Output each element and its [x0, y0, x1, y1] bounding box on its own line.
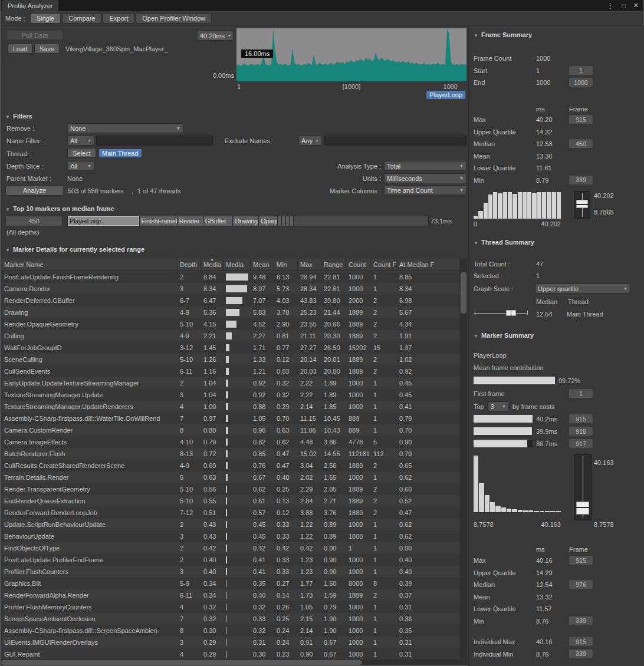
table-row[interactable]: EndRenderQueueExtraction5-100.550.610.13…	[2, 495, 460, 507]
top10-segment-opaqu[interactable]: Opaqu	[259, 216, 278, 226]
top10-segment-finishframer[interactable]: FinishFrameR	[140, 216, 178, 226]
marker-columns-dropdown[interactable]: Time and Count ▼	[384, 185, 466, 195]
exclude-names-input[interactable]	[324, 136, 466, 146]
frame-number-box[interactable]: 915	[569, 115, 593, 124]
table-row[interactable]: PostLateUpdate.FinishFrameRendering28.84…	[2, 271, 460, 283]
scrollbar-thumb[interactable]	[1, 660, 362, 665]
frame-number-box[interactable]: 450	[569, 139, 593, 148]
scrollbar-thumb[interactable]	[461, 272, 466, 314]
top10-segment[interactable]	[278, 216, 282, 226]
table-row[interactable]: SceneCulling5-101.261.330.1220.1420.0118…	[2, 354, 460, 365]
top10-segment[interactable]	[290, 216, 294, 226]
table-row[interactable]: Render.TransparentGeometry5-100.560.620.…	[2, 483, 460, 495]
marker-time-histogram[interactable]	[474, 456, 561, 512]
top10-segment[interactable]	[282, 216, 286, 226]
exclude-mode-dropdown[interactable]: Any ▼	[298, 136, 322, 146]
save-button[interactable]: Save	[34, 44, 60, 54]
depth-slice-dropdown[interactable]: All ▼	[67, 161, 94, 171]
top10-segment-render[interactable]: Render	[178, 216, 203, 226]
close-icon[interactable]: ✕	[633, 2, 639, 9]
load-button[interactable]: Load	[8, 44, 32, 54]
marker-time-boxplot[interactable]	[574, 454, 592, 520]
table-row[interactable]: Culling4-92.212.270.8121.1120.30188921.9…	[2, 330, 460, 342]
table-row[interactable]: UIEvents.IMGUIRenderOverlays30.290.310.2…	[2, 637, 460, 648]
analyze-button[interactable]: Analyze	[5, 185, 64, 196]
first-frame-box[interactable]: 1	[569, 389, 593, 398]
column-header[interactable]: Depth	[178, 259, 201, 271]
table-row[interactable]: Terrain.Details.Render50.630.670.482.021…	[2, 472, 460, 483]
horizontal-scrollbar[interactable]	[1, 660, 467, 665]
pull-data-button[interactable]: Pull Data	[6, 30, 63, 40]
analysis-type-dropdown[interactable]: Total ▼	[384, 161, 466, 171]
table-row[interactable]: Camera.CustomRender80.880.960.6311.0610.…	[2, 424, 460, 436]
frame-summary-header[interactable]: ▼Frame Summary	[474, 31, 532, 38]
frame-number-box[interactable]: 918	[569, 427, 593, 436]
filters-section-header[interactable]: ▼Filters	[5, 113, 32, 120]
table-row[interactable]: CullResults.CreateSharedRendererScene4-9…	[2, 460, 460, 472]
table-row[interactable]: RenderForward.RenderLoopJob7-120.510.570…	[2, 507, 460, 519]
table-row[interactable]: Assembly-CSharp-firstpass.dll!::WaterTil…	[2, 413, 460, 424]
table-row[interactable]: TextureStreamingManager.UpdateRenderers4…	[2, 401, 460, 413]
frame-number-box[interactable]: 339	[569, 176, 593, 184]
column-header[interactable]: Media	[224, 259, 251, 271]
frame-number-box[interactable]: 915	[569, 414, 593, 423]
table-row[interactable]: ScreenSpaceAmbientOcclusion70.320.330.25…	[2, 613, 460, 625]
table-row[interactable]: RenderForwardAlpha.Render6-110.340.400.1…	[2, 589, 460, 601]
table-row[interactable]: Camera.ImageEffects4-100.790.820.624.483…	[2, 436, 460, 448]
tab-profile-analyzer[interactable]: Profile Analyzer	[2, 0, 58, 11]
table-row[interactable]: PostLateUpdate.ProfilerEndFrame20.400.41…	[2, 554, 460, 566]
table-row[interactable]: EarlyUpdate.UpdateTextureStreamingManage…	[2, 377, 460, 389]
thread-select-button[interactable]: Select	[67, 148, 96, 158]
name-filter-input[interactable]	[96, 136, 213, 146]
frame-time-histogram[interactable]	[474, 192, 561, 219]
menu-icon[interactable]: ⋮	[606, 1, 614, 10]
top-n-dropdown[interactable]: 3 ▼	[488, 401, 509, 411]
selected-marker-chip[interactable]: PlayerLoop	[426, 91, 465, 99]
frame-number-box[interactable]: 1	[569, 66, 593, 75]
thread-summary-header[interactable]: ▼Thread Summary	[474, 239, 534, 246]
top10-segment-gbuffer[interactable]: GBuffer	[203, 216, 234, 226]
table-row[interactable]: Camera.Render38.348.975.7328.3422.611000…	[2, 283, 460, 295]
remove-dropdown[interactable]: None ▼	[67, 123, 183, 133]
frame-time-boxplot[interactable]	[574, 191, 590, 219]
table-row[interactable]: Update.ScriptRunBehaviourUpdate20.430.45…	[2, 519, 460, 530]
table-row[interactable]: Render.OpaqueGeometry5-104.154.522.9023.…	[2, 318, 460, 330]
column-header[interactable]: Marker Name	[2, 259, 178, 271]
frame-number-box[interactable]: 1000	[569, 78, 593, 87]
units-dropdown[interactable]: Milliseconds ▼	[384, 173, 466, 183]
table-row[interactable]: CullSendEvents6-111.161.210.0320.0320.00…	[2, 365, 460, 377]
top10-segment-drawing[interactable]: Drawing	[233, 216, 259, 226]
column-header[interactable]: Min	[274, 259, 298, 271]
marker-details-section-header[interactable]: ▼Marker Details for currently selected r…	[5, 246, 144, 253]
column-header[interactable]: Range	[321, 259, 346, 271]
frame-number-box[interactable]: 976	[569, 580, 593, 589]
mode-button-single[interactable]: Single	[30, 13, 61, 24]
table-row[interactable]: Graphics.Blit5-90.340.350.271.771.508000…	[2, 578, 460, 589]
mode-button-open-profiler-window[interactable]: Open Profiler Window	[136, 13, 212, 24]
table-row[interactable]: TextureStreamingManager.Update31.040.920…	[2, 389, 460, 401]
table-row[interactable]: RenderDeferred.GBuffer6-76.477.074.0343.…	[2, 295, 460, 306]
frame-number-box[interactable]: 339	[569, 616, 593, 625]
column-header[interactable]: At Median F	[397, 259, 460, 271]
table-row[interactable]: FindObjectsOfType20.420.420.420.420.0011…	[2, 542, 460, 554]
table-row[interactable]: Profiler.FlushMemoryCounters40.320.320.2…	[2, 601, 460, 613]
median-frame-box[interactable]: 450	[5, 216, 63, 226]
maximize-icon[interactable]: □	[622, 2, 626, 9]
frame-number-box[interactable]: 915	[569, 556, 593, 565]
table-row[interactable]: Drawing4-95.365.833.7825.2321.44188925.6…	[2, 306, 460, 318]
table-row[interactable]: Profiler.FlushCounters30.400.410.331.230…	[2, 566, 460, 578]
mode-button-compare[interactable]: Compare	[62, 13, 101, 24]
column-header[interactable]: Max	[298, 259, 321, 271]
thread-selected-chip[interactable]: Main Thread	[99, 149, 142, 157]
table-row[interactable]: BehaviourUpdate30.430.450.331.220.891000…	[2, 530, 460, 542]
vertical-scrollbar[interactable]	[460, 259, 467, 659]
table-row[interactable]: WaitForJobGroupID3-121.451.710.7727.2726…	[2, 342, 460, 354]
top10-segment-playerloop[interactable]: PlayerLoop	[68, 216, 140, 226]
column-header[interactable]: Count Fra	[371, 259, 397, 271]
frame-number-box[interactable]: 915	[569, 637, 593, 646]
table-row[interactable]: Assembly-CSharp-firstpass.dll!::ScreenSp…	[2, 625, 460, 637]
graph-scale-dropdown[interactable]: Upper quartile ▼	[535, 283, 630, 294]
chart-scale-dropdown[interactable]: 40.20ms ▼	[197, 31, 234, 41]
top10-segment[interactable]	[286, 216, 290, 226]
top10-section-header[interactable]: ▼Top 10 markers on median frame	[5, 205, 114, 212]
